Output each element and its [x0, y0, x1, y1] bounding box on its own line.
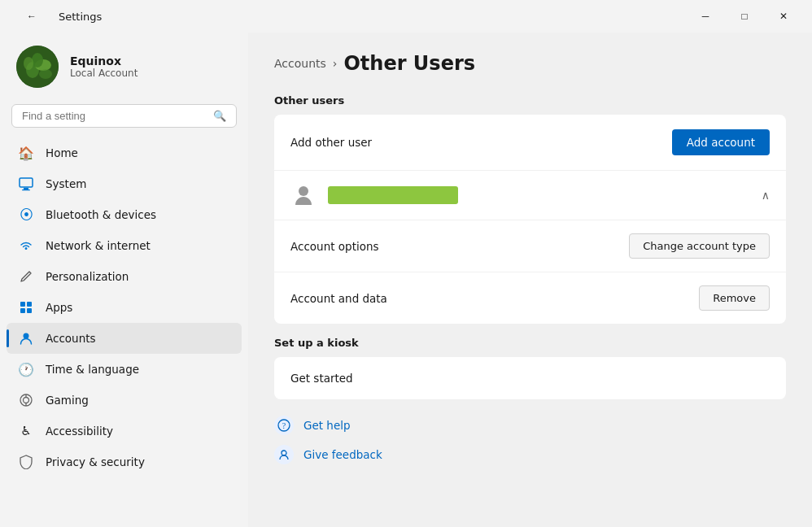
svg-point-3	[32, 53, 43, 68]
search-input[interactable]	[22, 110, 207, 122]
svg-point-18	[299, 186, 308, 196]
svg-rect-8	[22, 189, 30, 190]
maximize-button[interactable]: □	[726, 3, 763, 29]
window-controls: ─ □ ✕	[687, 3, 802, 29]
search-icon: 🔍	[213, 110, 226, 122]
profile-info: Equinox Local Account	[70, 54, 138, 79]
app-title: Settings	[59, 11, 102, 23]
profile-name: Equinox	[70, 54, 138, 68]
breadcrumb-current: Other Users	[343, 52, 475, 75]
sidebar-item-gaming[interactable]: Gaming	[7, 385, 242, 416]
svg-text:?: ?	[282, 421, 286, 430]
change-account-type-button[interactable]: Change account type	[629, 233, 770, 259]
other-users-label: Other users	[274, 94, 786, 107]
breadcrumb-parent[interactable]: Accounts	[274, 57, 326, 70]
get-started-label: Get started	[290, 372, 353, 385]
kiosk-label: Set up a kiosk	[274, 337, 786, 349]
account-data-row: Account and data Remove	[274, 272, 786, 324]
minimize-button[interactable]: ─	[687, 3, 724, 29]
svg-point-5	[39, 69, 52, 79]
sidebar-item-label: Privacy & security	[46, 455, 145, 468]
help-section: ? Get help Give feedback	[274, 416, 786, 464]
system-icon	[18, 176, 34, 192]
sidebar-item-system[interactable]: System	[7, 168, 242, 199]
svg-rect-7	[24, 188, 28, 189]
sidebar-item-home[interactable]: 🏠 Home	[7, 137, 242, 168]
sidebar-item-personalization[interactable]: Personalization	[7, 261, 242, 292]
sidebar: Equinox Local Account 🔍 🏠 Home	[0, 33, 248, 527]
avatar	[16, 46, 59, 88]
breadcrumb: Accounts › Other Users	[274, 52, 786, 75]
svg-rect-9	[20, 302, 25, 307]
bluetooth-icon: ⦿	[18, 207, 34, 223]
add-account-button[interactable]: Add account	[672, 129, 770, 155]
svg-point-4	[24, 57, 33, 70]
accessibility-icon: ♿	[18, 423, 34, 439]
get-help-label: Get help	[303, 419, 351, 432]
network-icon	[18, 237, 34, 254]
sidebar-item-label: Personalization	[46, 270, 129, 283]
personalization-icon	[18, 268, 34, 285]
svg-rect-11	[20, 308, 25, 313]
maximize-icon: □	[741, 11, 747, 22]
sidebar-item-privacy[interactable]: Privacy & security	[7, 446, 242, 477]
sidebar-item-label: Bluetooth & devices	[46, 208, 156, 221]
apps-icon	[18, 299, 34, 316]
sidebar-item-bluetooth[interactable]: ⦿ Bluetooth & devices	[7, 199, 242, 230]
search-box[interactable]: 🔍	[11, 104, 237, 128]
privacy-icon	[18, 454, 34, 470]
title-bar: ← Settings ─ □ ✕	[0, 0, 812, 33]
account-options-row: Account options Change account type	[274, 220, 786, 272]
profile-section: Equinox Local Account	[0, 33, 248, 104]
chevron-up-icon: ∧	[762, 189, 770, 202]
sidebar-item-label: Gaming	[46, 394, 89, 407]
account-options-label: Account options	[290, 240, 379, 253]
svg-rect-6	[20, 178, 33, 187]
home-icon: 🏠	[18, 145, 34, 161]
feedback-link[interactable]: Give feedback	[274, 445, 786, 464]
account-data-label: Account and data	[290, 292, 387, 305]
close-icon: ✕	[779, 11, 788, 22]
kiosk-card: Get started	[274, 357, 786, 399]
svg-point-15	[24, 398, 29, 403]
user-row-left	[290, 182, 458, 208]
sidebar-item-accounts[interactable]: Accounts	[7, 323, 242, 354]
minimize-icon: ─	[702, 11, 709, 22]
gaming-icon	[18, 392, 34, 408]
svg-rect-12	[27, 308, 32, 313]
back-icon: ←	[27, 11, 37, 22]
feedback-icon	[274, 445, 294, 464]
get-help-icon: ?	[274, 416, 294, 435]
accounts-icon	[18, 330, 34, 346]
get-help-link[interactable]: ? Get help	[274, 416, 786, 435]
sidebar-item-time[interactable]: 🕐 Time & language	[7, 354, 242, 385]
profile-subtitle: Local Account	[70, 68, 138, 79]
breadcrumb-separator: ›	[333, 57, 338, 70]
remove-button[interactable]: Remove	[699, 285, 770, 311]
sidebar-item-label: System	[46, 177, 86, 190]
svg-rect-10	[27, 302, 32, 307]
nav-list: 🏠 Home System ⦿ Bluetooth & devices	[0, 134, 248, 481]
feedback-label: Give feedback	[303, 448, 382, 461]
sidebar-item-label: Accounts	[46, 332, 96, 345]
user-avatar-icon	[290, 182, 317, 208]
back-button[interactable]: ←	[13, 3, 50, 29]
other-users-card: Add other user Add account ∧	[274, 115, 786, 324]
user-name-bar	[328, 186, 458, 204]
sidebar-item-label: Time & language	[46, 363, 139, 376]
sidebar-item-network[interactable]: Network & internet	[7, 230, 242, 261]
time-icon: 🕐	[18, 361, 34, 377]
sidebar-item-label: Home	[46, 146, 78, 159]
svg-point-13	[24, 333, 29, 339]
sidebar-item-accessibility[interactable]: ♿ Accessibility	[7, 416, 242, 446]
sidebar-item-label: Network & internet	[46, 239, 151, 252]
main-content: Accounts › Other Users Other users Add o…	[248, 33, 812, 527]
sidebar-item-label: Apps	[46, 301, 72, 314]
add-user-label: Add other user	[290, 136, 372, 149]
get-started-row[interactable]: Get started	[274, 357, 786, 399]
sidebar-item-label: Accessibility	[46, 425, 113, 438]
sidebar-item-apps[interactable]: Apps	[7, 292, 242, 323]
svg-point-22	[282, 451, 286, 455]
close-button[interactable]: ✕	[765, 3, 802, 29]
user-row[interactable]: ∧	[274, 170, 786, 220]
